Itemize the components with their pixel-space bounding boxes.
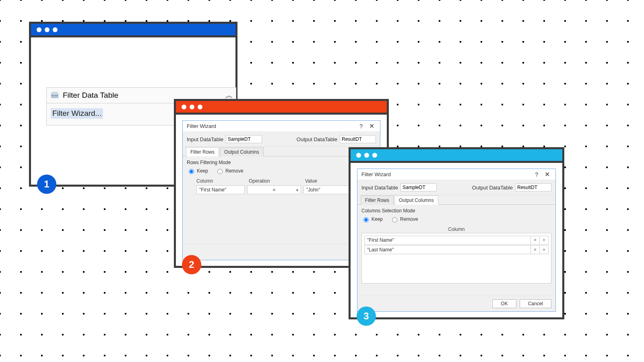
close-button[interactable]: ✕: [366, 122, 378, 130]
rows-grid-header: Column Operation Value: [187, 177, 376, 185]
step3-titlebar: [351, 149, 562, 163]
input-datatable-label: Input DataTable: [187, 136, 223, 142]
remove-row-button[interactable]: ×: [531, 245, 540, 254]
window-dot-icon: [182, 105, 186, 109]
keep-radio-label: Keep: [372, 216, 383, 222]
add-row-button[interactable]: +: [540, 236, 549, 245]
tab-filter-rows[interactable]: Filter Rows: [361, 195, 394, 205]
step-badge-3: 3: [357, 306, 376, 326]
columns-list: "First Name" × + "Last Name" × +: [361, 233, 551, 284]
io-row: Input DataTable Output DataTable: [357, 180, 555, 195]
remove-radio[interactable]: Remove: [215, 168, 244, 174]
remove-radio-label: Remove: [400, 216, 418, 222]
window-dot-icon: [45, 27, 50, 32]
remove-radio-input[interactable]: [217, 169, 223, 174]
tab-output-columns[interactable]: Output Columns: [220, 147, 264, 156]
help-button[interactable]: ?: [532, 171, 541, 178]
remove-radio-label: Remove: [225, 168, 244, 174]
remove-radio[interactable]: Remove: [390, 216, 418, 222]
cols-mode-label: Columns Selection Mode: [361, 208, 551, 214]
step-badge-2: 2: [182, 255, 201, 274]
tab-output-columns[interactable]: Output Columns: [394, 195, 438, 205]
filter-wizard-dialog: Filter Wizard ? ✕ Input DataTable Output…: [357, 169, 556, 312]
window-dot-icon: [356, 153, 361, 158]
window-dot-icon: [364, 153, 369, 158]
dialog-title: Filter Wizard: [187, 123, 216, 129]
hdr-value: Value: [305, 178, 349, 184]
condition-value-cell[interactable]: "John": [303, 185, 352, 194]
column-row: "First Name" × +: [364, 236, 549, 245]
window-dot-icon: [198, 105, 202, 109]
dialog-footer: OK Cancel: [357, 296, 555, 311]
remove-row-button[interactable]: ×: [531, 236, 540, 245]
hdr-operation: Operation: [249, 178, 305, 184]
input-datatable-field[interactable]: [400, 183, 437, 191]
rows-mode-label: Rows Filtering Mode: [187, 160, 376, 165]
step-badge-1: 1: [37, 175, 56, 194]
input-datatable-field[interactable]: [226, 135, 262, 143]
hdr-column: Column: [361, 226, 551, 233]
help-button[interactable]: ?: [356, 123, 366, 130]
output-datatable-label: Output DataTable: [297, 136, 337, 142]
keep-radio[interactable]: Keep: [361, 216, 383, 222]
add-row-button[interactable]: +: [540, 245, 549, 254]
column-cell[interactable]: "First Name": [364, 236, 531, 245]
tab-filter-rows[interactable]: Filter Rows: [186, 147, 219, 156]
window-dot-icon: [372, 153, 377, 158]
hdr-column: Column: [196, 178, 249, 184]
dialog-titlebar: Filter Wizard ? ✕: [357, 169, 555, 180]
database-icon: [51, 92, 59, 99]
keep-radio-input[interactable]: [189, 169, 194, 174]
close-button[interactable]: ✕: [541, 171, 553, 178]
condition-row: "First Name" = "John": [187, 185, 376, 194]
output-datatable-field[interactable]: [515, 183, 551, 191]
io-row: Input DataTable Output DataTable: [183, 132, 380, 147]
condition-column-cell[interactable]: "First Name": [196, 185, 245, 194]
keep-radio-label: Keep: [197, 168, 208, 174]
keep-radio[interactable]: Keep: [187, 168, 208, 174]
window-dot-icon: [190, 105, 194, 109]
cancel-button[interactable]: Cancel: [520, 299, 551, 308]
output-datatable-field[interactable]: [340, 135, 376, 143]
dialog-title: Filter Wizard: [361, 171, 391, 177]
window-dot-icon: [53, 27, 58, 32]
window-dot-icon: [37, 27, 41, 32]
ok-button[interactable]: OK: [492, 299, 516, 308]
input-datatable-label: Input DataTable: [361, 185, 398, 191]
output-columns-panel: Columns Selection Mode Keep Remove Colum…: [357, 205, 555, 296]
step2-titlebar: [176, 101, 387, 115]
activity-title: Filter Data Table: [63, 91, 118, 100]
filter-wizard-link[interactable]: Filter Wizard...: [51, 108, 103, 119]
column-row: "Last Name" × +: [364, 245, 549, 254]
step1-titlebar: [31, 24, 235, 37]
remove-radio-input[interactable]: [392, 217, 397, 222]
condition-operation-select[interactable]: =: [247, 185, 301, 194]
step3-window: Filter Wizard ? ✕ Input DataTable Output…: [349, 147, 564, 319]
dialog-titlebar: Filter Wizard ? ✕: [183, 121, 380, 132]
keep-radio-input[interactable]: [363, 217, 369, 222]
tabs: Filter Rows Output Columns: [357, 195, 555, 205]
column-cell[interactable]: "Last Name": [364, 245, 531, 254]
output-datatable-label: Output DataTable: [472, 185, 513, 191]
